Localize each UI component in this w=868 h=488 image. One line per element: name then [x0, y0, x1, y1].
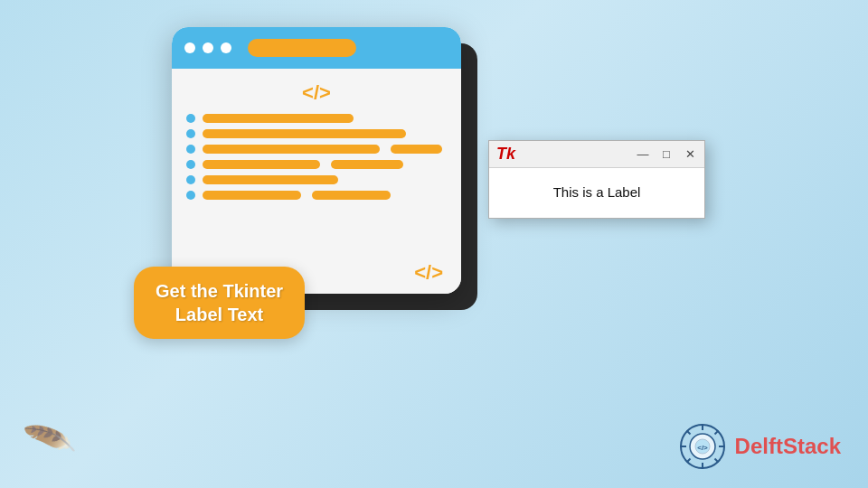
delft-brand-name: DelftStack: [735, 434, 841, 459]
popup-window: Tk — □ ✕ This is a Label: [488, 140, 705, 219]
delft-brand-part1: Delft: [735, 434, 783, 458]
delft-brand-part2: Stack: [783, 434, 841, 458]
title-dot-1: [184, 42, 195, 53]
editor-content: </>: [172, 69, 461, 294]
code-line-2: [186, 129, 447, 138]
line-bar-2: [203, 129, 406, 138]
promo-line2: Label Text: [175, 305, 263, 324]
popup-titlebar: Tk — □ ✕: [489, 141, 704, 168]
line-bar-3: [203, 145, 380, 154]
popup-app-icon: Tk: [496, 145, 515, 164]
line-dot-1: [186, 114, 195, 123]
editor-body: </>: [172, 27, 461, 294]
title-dot-3: [221, 42, 231, 53]
line-dot-6: [186, 191, 195, 200]
line-bar-6: [203, 191, 301, 200]
popup-label-text: This is a Label: [553, 184, 641, 200]
code-line-6: [186, 191, 447, 200]
promo-line1: Get the Tkinter: [156, 281, 283, 301]
line-bar-1: [203, 114, 354, 123]
code-line-1: [186, 114, 447, 123]
line-dot-4: [186, 160, 195, 169]
code-lines: [186, 114, 447, 200]
line-bar-5: [203, 175, 338, 184]
promo-badge: Get the Tkinter Label Text: [134, 267, 305, 339]
title-search-bar: [248, 39, 356, 57]
close-button[interactable]: ✕: [683, 147, 697, 162]
svg-line-7: [714, 431, 718, 435]
delft-logo: </> DelftStack: [679, 423, 841, 470]
code-tag-close: </>: [414, 261, 443, 285]
line-bar-3b: [391, 145, 443, 154]
delft-emblem-icon: </>: [679, 423, 726, 470]
code-line-3: [186, 145, 447, 154]
svg-line-5: [686, 431, 690, 435]
popup-body: This is a Label: [489, 168, 704, 218]
line-bar-4: [203, 160, 320, 169]
line-bar-6b: [312, 191, 390, 200]
code-line-5: [186, 175, 447, 184]
svg-line-6: [714, 459, 718, 463]
code-tag-open: </>: [186, 81, 447, 105]
minimize-button[interactable]: —: [636, 147, 650, 162]
maximize-button[interactable]: □: [659, 147, 674, 162]
line-dot-2: [186, 129, 195, 138]
promo-text: Get the Tkinter Label Text: [156, 279, 283, 326]
line-bar-4b: [331, 160, 404, 169]
svg-text:</>: </>: [697, 444, 708, 452]
code-line-4: [186, 160, 447, 169]
popup-controls[interactable]: — □ ✕: [636, 147, 697, 162]
line-dot-5: [186, 175, 195, 184]
editor-titlebar: [172, 27, 461, 69]
feather-icon: 🪶: [21, 412, 78, 467]
title-dot-2: [203, 42, 213, 53]
svg-line-8: [686, 459, 690, 463]
line-dot-3: [186, 145, 195, 154]
